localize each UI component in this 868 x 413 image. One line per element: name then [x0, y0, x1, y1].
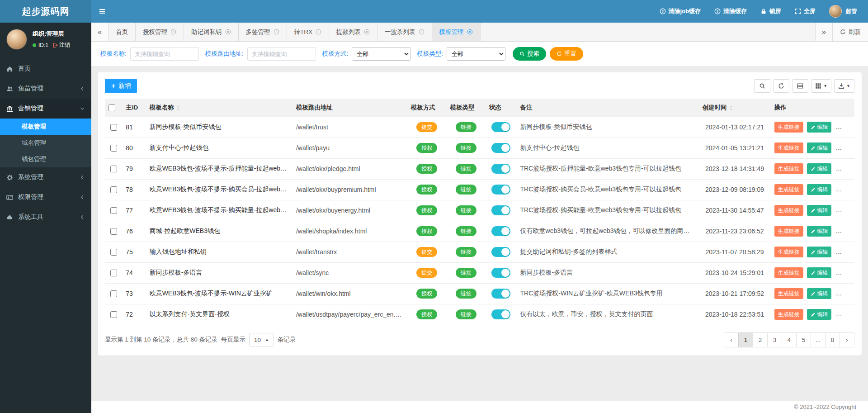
generate-link-button[interactable]: 生成链接 [774, 309, 803, 320]
pagination-page-button[interactable]: 8 [825, 332, 840, 347]
add-button[interactable]: 新增 [105, 79, 137, 93]
delete-button[interactable]: 删除 [835, 163, 854, 174]
generate-link-button[interactable]: 生成链接 [774, 142, 803, 153]
status-toggle[interactable] [491, 205, 510, 215]
edit-button[interactable]: 编辑 [807, 163, 831, 174]
table-search-button[interactable] [754, 79, 770, 93]
edit-button[interactable]: 编辑 [807, 288, 831, 299]
user-menu[interactable]: 超管 [829, 5, 857, 18]
status-toggle[interactable] [491, 309, 510, 319]
row-checkbox[interactable] [110, 290, 117, 297]
row-checkbox[interactable] [110, 311, 117, 318]
generate-link-button[interactable]: 生成链接 [774, 184, 803, 195]
column-header-created-time[interactable]: 创建时间▲▼ [698, 99, 770, 117]
lock-screen-button[interactable]: 锁屏 [760, 7, 781, 15]
pagination-page-button[interactable]: 3 [767, 332, 782, 347]
delete-button[interactable]: 删除 [835, 205, 854, 216]
sidebar-item-system-management[interactable]: 系统管理 [0, 167, 91, 187]
row-checkbox[interactable] [110, 166, 117, 172]
row-checkbox[interactable] [110, 270, 117, 276]
delete-button[interactable]: 删除 [835, 122, 854, 133]
status-toggle[interactable] [491, 122, 510, 132]
row-checkbox[interactable] [110, 186, 117, 193]
clear-cache-button[interactable]: 清除缓存 [714, 7, 747, 15]
generate-link-button[interactable]: 生成链接 [774, 247, 803, 257]
delete-button[interactable]: 删除 [835, 309, 854, 320]
pagination-page-button[interactable]: 4 [782, 332, 797, 347]
edit-button[interactable]: 编辑 [807, 205, 831, 216]
edit-button[interactable]: 编辑 [807, 267, 831, 278]
edit-button[interactable]: 编辑 [807, 247, 831, 257]
row-checkbox[interactable] [110, 207, 117, 214]
tab-transfer-trx[interactable]: 转TRX [287, 23, 330, 41]
tab-auth-management[interactable]: 授权管理 [136, 23, 184, 41]
edit-button[interactable]: 编辑 [807, 122, 831, 133]
sidebar-item-marketing[interactable]: 营销管理 [0, 99, 91, 119]
tabs-scroll-right-button[interactable]: » [815, 23, 832, 41]
fullscreen-button[interactable]: 全屏 [795, 7, 816, 15]
close-circle-icon[interactable] [467, 29, 473, 35]
pagination-page-button[interactable]: 1 [738, 332, 753, 347]
table-export-button[interactable]: ▼ [834, 79, 854, 93]
template-name-input[interactable] [130, 47, 199, 61]
generate-link-button[interactable]: 生成链接 [774, 288, 803, 299]
generate-link-button[interactable]: 生成链接 [774, 205, 803, 216]
close-circle-icon[interactable] [225, 29, 231, 35]
sidebar-item-system-tools[interactable]: 系统工具 [0, 207, 91, 227]
status-toggle[interactable] [491, 185, 510, 195]
edit-button[interactable]: 编辑 [807, 142, 831, 153]
select-all-checkbox[interactable] [108, 104, 115, 111]
close-circle-icon[interactable] [364, 29, 370, 35]
tabs-scroll-left-button[interactable]: « [91, 23, 108, 41]
edit-button[interactable]: 编辑 [807, 309, 831, 320]
delete-button[interactable]: 删除 [835, 267, 854, 278]
status-toggle[interactable] [491, 226, 510, 236]
status-toggle[interactable] [491, 164, 510, 174]
row-checkbox[interactable] [110, 145, 117, 152]
pagination-next-button[interactable]: › [840, 332, 854, 347]
delete-button[interactable]: 删除 [835, 247, 854, 257]
delete-button[interactable]: 删除 [835, 226, 854, 237]
row-checkbox[interactable] [110, 228, 117, 235]
tab-wave-kill-list[interactable]: 一波杀列表 [377, 23, 432, 41]
tab-template-management[interactable]: 模板管理 [432, 23, 481, 41]
status-toggle[interactable] [491, 143, 510, 153]
status-toggle[interactable] [491, 289, 510, 299]
tab-refresh-button[interactable]: 刷新 [832, 23, 868, 41]
page-size-select[interactable]: 10 ▲ [249, 333, 274, 347]
tab-withdraw-list[interactable]: 提款列表 [329, 23, 377, 41]
table-refresh-button[interactable] [773, 79, 789, 93]
edit-button[interactable]: 编辑 [807, 226, 831, 237]
tab-mnemonic-key[interactable]: 助记词私钥 [184, 23, 239, 41]
pagination-page-button[interactable]: 2 [753, 332, 768, 347]
generate-link-button[interactable]: 生成链接 [774, 226, 803, 237]
sidebar-item-permission-management[interactable]: 权限管理 [0, 187, 91, 207]
sidebar-subitem-wallet-management[interactable]: 钱包管理 [0, 151, 91, 167]
sidebar-subitem-domain-management[interactable]: 域名管理 [0, 135, 91, 151]
sidebar-item-home[interactable]: 首页 [0, 59, 91, 79]
close-circle-icon[interactable] [316, 29, 321, 35]
close-circle-icon[interactable] [170, 29, 176, 35]
template-type-select[interactable]: 全部 [447, 47, 505, 61]
close-circle-icon[interactable] [419, 29, 425, 35]
generate-link-button[interactable]: 生成链接 [774, 122, 803, 133]
edit-button[interactable]: 编辑 [807, 184, 831, 195]
row-checkbox[interactable] [110, 124, 117, 131]
logout-button[interactable]: 注销 [52, 41, 70, 49]
tab-multisig-management[interactable]: 多签管理 [239, 23, 287, 41]
table-columns-button[interactable]: ▼ [811, 79, 831, 93]
column-header-template-name[interactable]: 模板名称▲▼ [146, 99, 292, 117]
search-button[interactable]: 搜索 [513, 47, 546, 61]
delete-button[interactable]: 删除 [835, 288, 854, 299]
pagination-prev-button[interactable]: ‹ [724, 332, 739, 347]
close-circle-icon[interactable] [274, 29, 279, 35]
sidebar-item-fry-management[interactable]: 鱼苗管理 [0, 79, 91, 99]
status-toggle[interactable] [491, 268, 510, 278]
clear-job-cache-button[interactable]: 清除job缓存 [660, 7, 701, 15]
reset-button[interactable]: 重置 [550, 47, 583, 61]
delete-button[interactable]: 删除 [835, 184, 854, 195]
template-mode-select[interactable]: 全部 [352, 47, 410, 61]
status-toggle[interactable] [491, 247, 510, 257]
pagination-page-button[interactable]: 5 [796, 332, 811, 347]
template-route-input[interactable] [247, 47, 316, 61]
